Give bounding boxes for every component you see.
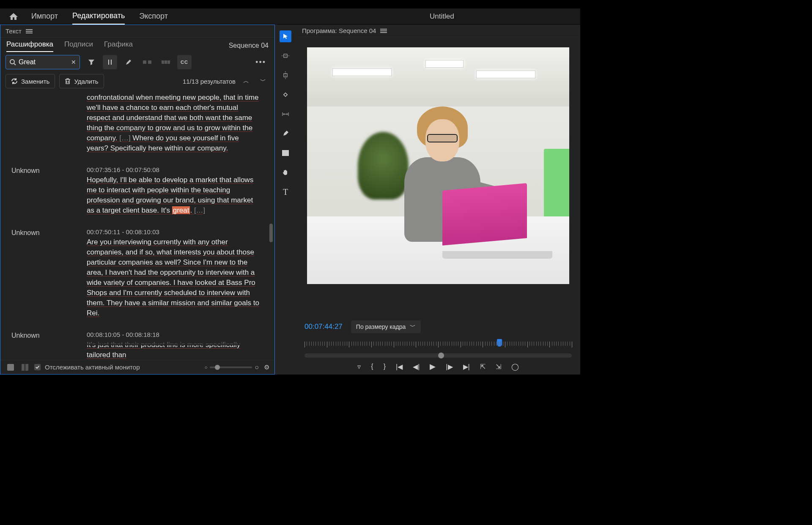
segment-text[interactable]: It's just that their product line is mor… <box>87 340 260 360</box>
segment-timecode: 00:07:35:16 - 00:07:50:08 <box>87 166 266 173</box>
home-icon[interactable] <box>8 12 19 21</box>
hand-tool-icon[interactable] <box>280 167 291 178</box>
transcript-segment[interactable]: Unknown00:07:50:11 - 00:08:10:03Are you … <box>11 228 266 318</box>
export-frame-icon[interactable]: ◯ <box>511 363 519 371</box>
zoom-in-icon[interactable]: ○ <box>255 364 259 371</box>
delete-button[interactable]: Удалить <box>59 74 104 88</box>
play-icon[interactable]: ▶ <box>430 362 436 371</box>
speaker-label <box>11 93 87 153</box>
settings-sliders-icon[interactable] <box>103 55 117 69</box>
segment-text[interactable]: Hopefully, I'll be able to develop a mar… <box>87 175 260 216</box>
vertical-center-icon[interactable] <box>280 50 291 62</box>
project-title: Untitled <box>430 12 454 21</box>
go-to-in-icon[interactable]: |◀ <box>396 363 403 371</box>
replace-button[interactable]: Заменить <box>5 74 55 88</box>
filter-icon[interactable] <box>84 55 99 69</box>
timeline-ruler[interactable] <box>304 339 572 350</box>
more-options-icon[interactable]: ••• <box>255 58 269 67</box>
svg-rect-10 <box>22 364 25 371</box>
program-panel-menu-icon[interactable] <box>380 29 387 33</box>
chevron-down-icon: ﹀ <box>410 323 416 331</box>
view-mode-2-icon[interactable] <box>20 362 30 372</box>
video-preview[interactable] <box>307 47 569 284</box>
program-monitor-panel: Программа: Sequence 04 <box>296 25 580 375</box>
split-icon[interactable] <box>159 55 173 69</box>
step-forward-icon[interactable]: |▶ <box>446 363 453 371</box>
svg-rect-16 <box>284 93 287 96</box>
svg-rect-8 <box>167 60 170 64</box>
add-marker-icon[interactable]: ▿ <box>357 363 361 371</box>
svg-rect-9 <box>7 364 14 371</box>
track-monitor-checkbox[interactable] <box>34 364 41 370</box>
search-box[interactable]: ✕ <box>5 55 80 69</box>
nav-edit[interactable]: Редактировать <box>72 8 125 25</box>
refresh-icon <box>11 78 18 85</box>
segment-timecode: 00:07:50:11 - 00:08:10:03 <box>87 228 266 235</box>
speaker-label: Unknown <box>11 331 87 360</box>
svg-rect-11 <box>25 364 28 371</box>
transcript-list[interactable]: confrontational when meeting new people,… <box>0 90 274 360</box>
svg-point-0 <box>10 60 14 64</box>
clear-search-icon[interactable]: ✕ <box>71 59 76 66</box>
edit-pencil-icon[interactable] <box>121 55 136 69</box>
segment-text[interactable]: Are you interviewing currently with any … <box>87 237 260 318</box>
rectangle-tool-icon[interactable] <box>280 147 291 159</box>
next-result-icon[interactable]: ﹀ <box>257 76 269 87</box>
main-nav: Импорт Редактировать Экспорт Untitled <box>0 8 580 25</box>
zoom-settings-icon[interactable]: ⚙ <box>264 364 269 371</box>
safe-margins-icon[interactable] <box>280 108 291 120</box>
trash-icon <box>65 78 71 85</box>
step-back-icon[interactable]: ◀| <box>413 363 420 371</box>
snap-icon[interactable] <box>280 89 291 101</box>
pen-tool-icon[interactable] <box>280 128 291 139</box>
search-icon <box>9 59 16 66</box>
view-mode-1-icon[interactable] <box>5 362 16 372</box>
text-panel-title: Текст <box>5 27 22 35</box>
type-tool-icon[interactable]: T <box>280 186 291 198</box>
svg-rect-7 <box>165 60 167 64</box>
zoom-fit-label: По размеру кадра <box>356 323 406 330</box>
segment-text[interactable]: confrontational when meeting new people,… <box>87 93 260 153</box>
merge-icon[interactable] <box>140 55 154 69</box>
svg-rect-4 <box>143 60 146 64</box>
tab-captions[interactable]: Подписи <box>64 40 93 52</box>
speaker-label: Unknown <box>11 228 87 318</box>
search-input[interactable] <box>19 58 71 66</box>
transcript-segment[interactable]: Unknown00:07:35:16 - 00:07:50:08Hopefull… <box>11 166 266 216</box>
tab-graphics[interactable]: Графика <box>104 40 133 52</box>
delete-label: Удалить <box>74 78 98 85</box>
scrollbar-thumb[interactable] <box>269 224 273 242</box>
svg-rect-6 <box>162 60 164 64</box>
horizontal-center-icon[interactable] <box>280 69 291 81</box>
selection-tool-icon[interactable] <box>280 30 291 42</box>
window-titlebar <box>0 0 580 8</box>
timeline-scrollbar[interactable] <box>304 353 572 358</box>
cc-icon[interactable]: CC <box>177 55 192 69</box>
speaker-label: Unknown <box>11 166 87 216</box>
extract-icon[interactable]: ⇲ <box>496 363 501 371</box>
playhead[interactable] <box>497 339 502 347</box>
nav-export[interactable]: Экспорт <box>139 8 168 24</box>
tab-transcript[interactable]: Расшифровка <box>6 40 53 52</box>
replace-label: Заменить <box>21 78 49 85</box>
transcript-segment[interactable]: confrontational when meeting new people,… <box>11 93 266 153</box>
nav-import[interactable]: Импорт <box>31 8 58 24</box>
svg-rect-20 <box>282 150 289 156</box>
text-panel: Текст Расшифровка Подписи Графика Sequen… <box>0 25 275 375</box>
svg-rect-5 <box>148 60 151 64</box>
mark-out-icon[interactable]: } <box>384 363 386 370</box>
program-panel-title: Программа: Sequence 04 <box>302 27 376 34</box>
result-count: 11/13 результатов <box>183 78 236 85</box>
zoom-fit-dropdown[interactable]: По размеру кадра ﹀ <box>351 320 421 333</box>
track-monitor-label: Отслеживать активный монитор <box>45 364 140 371</box>
lift-icon[interactable]: ⇱ <box>480 363 486 371</box>
transcript-segment[interactable]: Unknown00:08:10:05 - 00:08:18:18It's jus… <box>11 331 266 360</box>
zoom-slider[interactable] <box>210 366 252 368</box>
go-to-out-icon[interactable]: ▶| <box>463 363 470 371</box>
mark-in-icon[interactable]: { <box>371 363 373 370</box>
zoom-out-icon[interactable]: ○ <box>205 365 208 370</box>
panel-menu-icon[interactable] <box>26 29 33 33</box>
prev-result-icon[interactable]: ︿ <box>240 76 252 87</box>
current-timecode[interactable]: 00:07:44:27 <box>304 323 343 331</box>
svg-line-1 <box>14 63 16 65</box>
